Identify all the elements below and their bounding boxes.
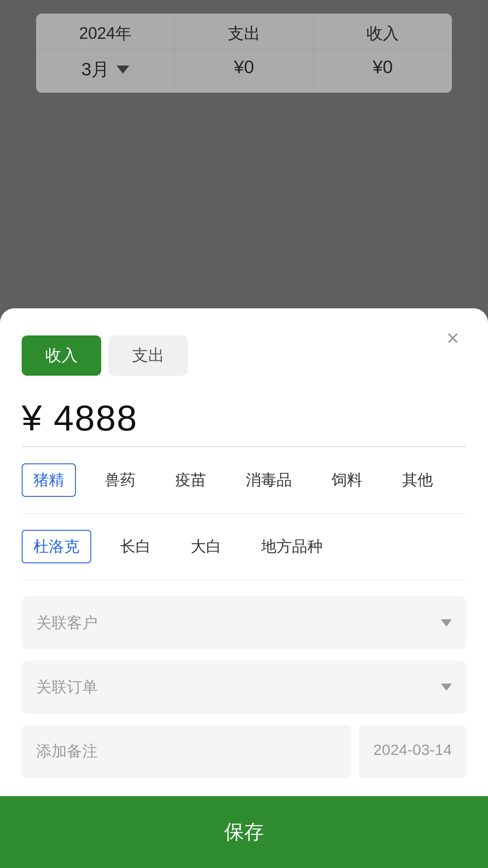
modal-overlay: × 收入 支出 ¥ 4888 猪精 兽药 疫苗 消毒品 饲料 其他 — [0, 0, 488, 868]
customer-chevron-icon — [441, 619, 452, 627]
breed-tag-duroc[interactable]: 杜洛克 — [22, 530, 91, 563]
order-dropdown[interactable]: 关联订单 — [22, 660, 466, 714]
category-tag-other[interactable]: 其他 — [391, 464, 444, 496]
close-icon: × — [446, 327, 459, 349]
save-button[interactable]: 保存 — [0, 796, 488, 868]
breed-tag-local[interactable]: 地方品种 — [250, 531, 333, 562]
category-tag-row: 猪精 兽药 疫苗 消毒品 饲料 其他 — [22, 463, 466, 497]
category-tag-disinfectant[interactable]: 消毒品 — [235, 464, 303, 496]
category-divider — [22, 513, 466, 514]
category-tag-pig-semen[interactable]: 猪精 — [22, 463, 76, 497]
tab-income[interactable]: 收入 — [22, 335, 101, 376]
breed-tag-large-white[interactable]: 大白 — [180, 531, 232, 562]
bottom-sheet: × 收入 支出 ¥ 4888 猪精 兽药 疫苗 消毒品 饲料 其他 — [0, 308, 488, 868]
breed-tag-landrace[interactable]: 长白 — [109, 531, 162, 562]
amount-display[interactable]: ¥ 4888 — [22, 397, 466, 439]
close-button[interactable]: × — [439, 325, 466, 352]
order-placeholder-label: 关联订单 — [36, 677, 98, 698]
category-tag-vet-medicine[interactable]: 兽药 — [94, 464, 146, 496]
save-label: 保存 — [224, 821, 264, 843]
date-value-label: 2024-03-14 — [373, 741, 452, 758]
amount-divider — [22, 446, 466, 447]
customer-placeholder-label: 关联客户 — [36, 613, 98, 633]
tab-income-label: 收入 — [45, 346, 78, 364]
bottom-inputs-row: 添加备注 2024-03-14 — [22, 725, 466, 778]
date-input[interactable]: 2024-03-14 — [359, 725, 466, 778]
note-placeholder-label: 添加备注 — [36, 742, 98, 760]
order-chevron-icon — [441, 684, 452, 691]
category-tag-feed[interactable]: 饲料 — [321, 464, 373, 496]
amount-value: ¥ 4888 — [22, 398, 138, 438]
tab-row: 收入 支出 — [22, 335, 466, 376]
note-input[interactable]: 添加备注 — [22, 725, 352, 778]
breed-divider — [22, 580, 466, 580]
tab-expense[interactable]: 支出 — [108, 335, 188, 376]
tab-expense-label: 支出 — [132, 346, 164, 364]
customer-dropdown[interactable]: 关联客户 — [22, 596, 466, 650]
category-tag-vaccine[interactable]: 疫苗 — [164, 464, 217, 496]
breed-tag-row: 杜洛克 长白 大白 地方品种 — [22, 530, 466, 563]
